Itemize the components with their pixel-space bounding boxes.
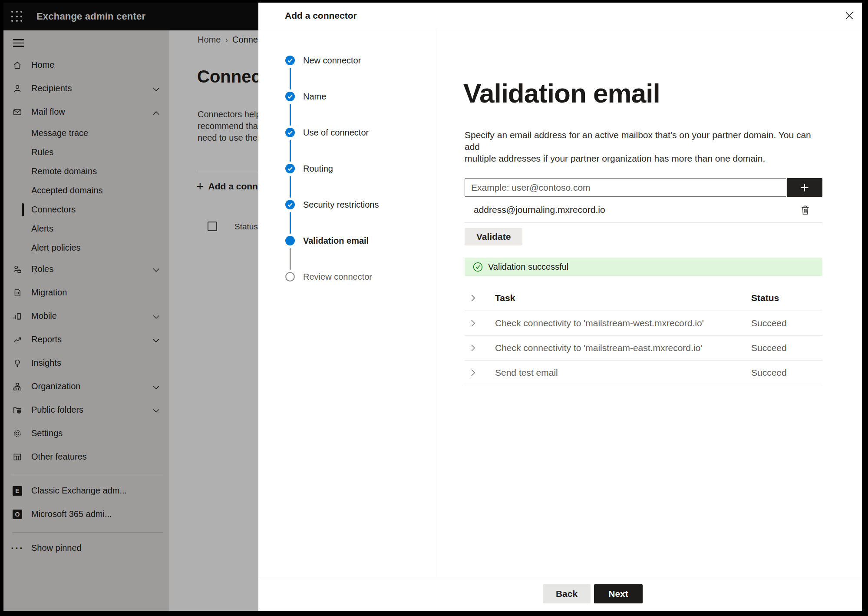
step-validation-email[interactable]: Validation email (258, 236, 436, 272)
panel-title: Add a connector (285, 3, 357, 28)
step-connector-line (290, 104, 291, 126)
add-address-button[interactable] (787, 178, 822, 197)
success-check-icon (473, 262, 483, 272)
close-icon (844, 10, 855, 21)
table-row: Check connectivity to 'mailstream-west.m… (465, 311, 822, 336)
status-cell: Succeed (751, 318, 787, 328)
email-input[interactable] (465, 178, 786, 197)
step-active-icon (285, 236, 295, 245)
delete-address-button[interactable] (798, 202, 812, 217)
step-done-icon (285, 200, 295, 209)
step-pending-icon (285, 272, 295, 282)
step-done-icon (285, 164, 295, 173)
validate-button[interactable]: Validate (465, 228, 522, 245)
task-cell: Send test email (495, 368, 558, 378)
divider (465, 222, 822, 223)
chevron-right-icon[interactable] (471, 369, 475, 377)
task-column-header: Task (495, 293, 515, 303)
chevron-right-icon[interactable] (471, 319, 475, 327)
plus-icon (799, 182, 810, 193)
task-cell: Check connectivity to 'mailstream-west.m… (495, 318, 704, 328)
step-done-icon (285, 92, 295, 101)
exchange-admin-app: Exchange admin center Home Recipients Ma… (3, 3, 862, 611)
email-input-row (465, 178, 822, 197)
next-button[interactable]: Next (594, 584, 643, 603)
page-instructions: Specify an email address for an active m… (465, 129, 822, 164)
step-connector-line (290, 176, 291, 198)
step-connector-line (290, 248, 291, 270)
validation-success-banner: Validation successful (465, 258, 822, 276)
step-use-of-connector[interactable]: Use of connector (258, 128, 436, 164)
step-connector-line (290, 68, 291, 89)
step-connector-line (290, 140, 291, 162)
panel-footer: Back Next (258, 577, 862, 611)
step-new-connector[interactable]: New connector (258, 56, 436, 92)
panel-body: New connector Name Use of connector Rout… (258, 28, 862, 577)
wizard-steps: New connector Name Use of connector Rout… (258, 28, 436, 577)
task-cell: Check connectivity to 'mailstream-east.m… (495, 343, 702, 353)
status-cell: Succeed (751, 368, 787, 378)
added-address: address@journaling.mxrecord.io (474, 205, 605, 215)
step-done-icon (285, 56, 295, 65)
table-row: Check connectivity to 'mailstream-east.m… (465, 336, 822, 361)
status-cell: Succeed (751, 343, 787, 353)
step-security-restrictions[interactable]: Security restrictions (258, 200, 436, 236)
panel-header: Add a connector (258, 3, 862, 28)
step-connector-line (290, 212, 291, 234)
step-content: Validation email Specify an email addres… (436, 28, 862, 577)
add-connector-panel: Add a connector New connector Name (258, 3, 862, 611)
screenshot-frame: Exchange admin center Home Recipients Ma… (0, 0, 868, 616)
back-button[interactable]: Back (543, 584, 591, 603)
page-heading: Validation email (463, 77, 822, 109)
success-message: Validation successful (488, 262, 568, 272)
validation-task-table: Task Status Check connectivity to 'mails… (465, 285, 822, 385)
chevron-right-icon[interactable] (471, 294, 475, 302)
step-routing[interactable]: Routing (258, 164, 436, 200)
table-row: Send test email Succeed (465, 361, 822, 385)
trash-icon (799, 204, 811, 216)
status-column-header: Status (751, 293, 779, 303)
chevron-right-icon[interactable] (471, 344, 475, 352)
close-button[interactable] (842, 8, 857, 23)
step-name[interactable]: Name (258, 92, 436, 128)
added-address-row: address@journaling.mxrecord.io (465, 201, 822, 219)
step-review-connector[interactable]: Review connector (258, 272, 436, 308)
table-header-row: Task Status (465, 285, 822, 311)
step-done-icon (285, 128, 295, 137)
